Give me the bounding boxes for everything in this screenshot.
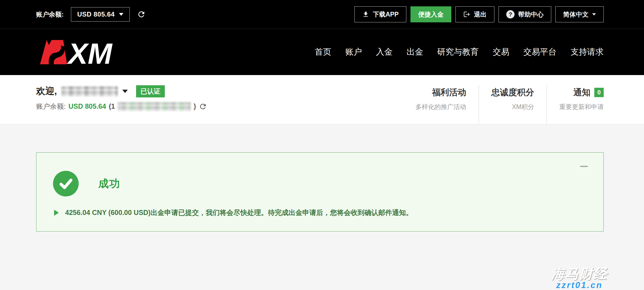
welcome-balance-row: 账户余额: USD 805.64 (1 ) (36, 102, 207, 111)
account-chevron-down-icon[interactable] (122, 90, 128, 93)
quick-deposit-label: 便捷入金 (418, 10, 444, 19)
success-message-row: 4256.04 CNY (600.00 USD)出金申请已提交，我们将会尽快处理… (53, 208, 603, 217)
help-center-button[interactable]: ? 帮助中心 (499, 6, 551, 22)
greeting-text: 欢迎, (36, 85, 57, 97)
success-panel: 成功 4256.04 CNY (600.00 USD)出金申请已提交，我们将会尽… (36, 152, 604, 232)
notifications-subtitle: 重要更新和申请 (559, 103, 604, 111)
refresh-icon (137, 10, 146, 19)
link-notifications[interactable]: 通知0 重要更新和申请 (547, 85, 604, 124)
nav-item-support[interactable]: 支持请求 (571, 46, 604, 58)
loyalty-title: 忠诚度积分 (491, 87, 534, 98)
notifications-title-text: 通知 (573, 87, 590, 97)
logout-label: 退出 (474, 10, 487, 19)
balance-label: 账户余额: (36, 10, 64, 19)
success-message: 4256.04 CNY (600.00 USD)出金申请已提交，我们将会尽快处理… (65, 208, 413, 217)
balance-dropdown[interactable]: USD 805.64 (71, 7, 130, 22)
promotions-title: 福利活动 (415, 87, 466, 98)
success-title: 成功 (98, 177, 120, 191)
main-content: 成功 4256.04 CNY (600.00 USD)出金申请已提交，我们将会尽… (0, 124, 644, 290)
balance-refresh-button[interactable] (199, 102, 207, 111)
nav-item-platforms[interactable]: 交易平台 (523, 46, 556, 58)
download-icon (362, 11, 369, 18)
language-label: 简体中文 (563, 10, 589, 19)
nav-item-account[interactable]: 账户 (345, 46, 362, 58)
refresh-icon (199, 102, 207, 111)
top-bar-actions: 下载APP 便捷入金 退出 ? 帮助中心 简体中文 (354, 6, 604, 22)
site-watermark: 海马财经 zzrt01.cn (551, 267, 608, 290)
account-number-redacted (118, 102, 191, 111)
nav-menu: 首页 账户 入金 出金 研究与教育 交易 交易平台 支持请求 (315, 46, 604, 58)
nav-item-home[interactable]: 首页 (315, 46, 331, 58)
loyalty-subtitle: XM积分 (491, 103, 534, 111)
download-app-label: 下载APP (373, 10, 399, 19)
account-number-close-paren: ) (194, 102, 196, 110)
logout-icon (463, 11, 470, 18)
promotions-subtitle: 多样化的推广活动 (415, 103, 466, 111)
notification-count-badge: 0 (594, 88, 604, 97)
account-name-redacted (61, 86, 118, 96)
top-bar: 账户余额: USD 805.64 下载APP 便捷入金 退出 ? 帮助中心 简体… (0, 0, 644, 29)
watermark-brand: 海马财经 (551, 267, 608, 281)
nav-item-deposit[interactable]: 入金 (376, 46, 393, 58)
watermark-url: zzrt01.cn (551, 281, 608, 290)
link-loyalty-points[interactable]: 忠诚度积分 XM积分 (479, 85, 547, 124)
quick-links: 福利活动 多样化的推广活动 忠诚度积分 XM积分 通知0 重要更新和申请 (403, 85, 604, 124)
verified-badge: 已认证 (136, 85, 165, 97)
welcome-heading-row: 欢迎, 已认证 (36, 85, 207, 97)
success-panel-header: 成功 (53, 171, 603, 196)
main-nav-bar: XM 首页 账户 入金 出金 研究与教育 交易 交易平台 支持请求 (0, 29, 644, 75)
welcome-balance-label: 账户余额: (36, 102, 66, 111)
xm-logo-graphic: XM (36, 39, 119, 65)
xm-logo[interactable]: XM (36, 39, 119, 65)
welcome-strip: 欢迎, 已认证 账户余额: USD 805.64 (1 ) 福利活动 多样化的推… (0, 75, 644, 124)
help-center-label: 帮助中心 (518, 10, 544, 19)
chevron-down-icon (119, 13, 123, 16)
language-dropdown[interactable]: 简体中文 (555, 6, 604, 22)
account-number-open-paren: (1 (109, 102, 115, 110)
nav-item-trading[interactable]: 交易 (493, 46, 509, 58)
question-icon: ? (506, 10, 515, 18)
link-promotions[interactable]: 福利活动 多样化的推广活动 (403, 85, 479, 124)
account-balance-group: 账户余额: USD 805.64 (36, 7, 146, 22)
success-check-icon (53, 171, 79, 196)
balance-value: USD 805.64 (77, 10, 115, 18)
notifications-title: 通知0 (559, 87, 604, 98)
welcome-left: 欢迎, 已认证 账户余额: USD 805.64 (1 ) (36, 85, 207, 124)
refresh-button[interactable] (137, 10, 146, 19)
quick-deposit-button[interactable]: 便捷入金 (410, 6, 451, 22)
collapse-panel-button[interactable] (580, 166, 588, 167)
download-app-button[interactable]: 下载APP (354, 6, 406, 22)
logout-button[interactable]: 退出 (455, 6, 494, 22)
nav-item-research-education[interactable]: 研究与教育 (437, 46, 479, 58)
chevron-down-icon (592, 13, 596, 15)
svg-text:XM: XM (67, 39, 113, 65)
nav-item-withdraw[interactable]: 出金 (407, 46, 423, 58)
bullet-triangle-icon (54, 210, 59, 216)
welcome-balance-value: USD 805.64 (68, 102, 106, 110)
